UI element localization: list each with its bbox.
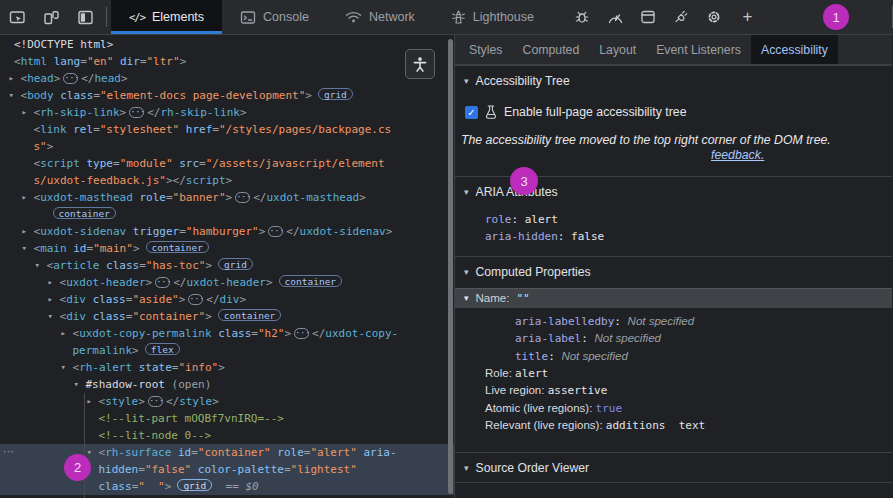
annotation-badge-1: 1 — [823, 4, 849, 30]
tab-computed[interactable]: Computed — [513, 35, 590, 64]
expand-arrow-icon[interactable]: ▸ — [48, 291, 53, 308]
expand-ellipsis-icon[interactable]: ··· — [294, 328, 309, 339]
dom-tree-line[interactable]: ▸<uxdot-masthead role="banner">···</uxdo… — [0, 189, 454, 206]
collapse-arrow-icon[interactable]: ▾ — [48, 308, 53, 325]
dock-side-icon[interactable] — [68, 0, 102, 34]
dom-tree-line[interactable]: ▾<main id="main">container — [0, 240, 454, 257]
tab-event-listeners[interactable]: Event Listeners — [646, 35, 751, 64]
feedback-link[interactable]: feedback. — [711, 148, 764, 162]
bug-icon[interactable] — [566, 0, 599, 34]
tab-lighthouse[interactable]: Lighthouse — [433, 0, 552, 34]
triangle-disclosure-icon: ▾ — [464, 293, 469, 303]
dom-scrollbar[interactable] — [448, 39, 453, 494]
layout-adorner-badge[interactable]: container — [279, 275, 342, 287]
code-token: </ — [253, 191, 266, 204]
code-token: role — [139, 191, 166, 204]
expand-arrow-icon[interactable]: ▸ — [61, 325, 66, 342]
dom-tree-line[interactable]: s/uxdot-feedback.js"></script> — [0, 172, 454, 189]
dom-tree-line[interactable]: ▸<style>···</style> — [0, 393, 454, 410]
dom-tree-line[interactable]: permalink>flex — [0, 342, 454, 359]
dom-tree-line[interactable]: ▾<body class="element-docs page-developm… — [0, 87, 454, 104]
plus-icon[interactable]: + — [731, 0, 764, 34]
dom-tree-line[interactable]: s"> — [0, 138, 454, 155]
gear-icon[interactable] — [698, 0, 731, 34]
expand-arrow-icon[interactable]: ▸ — [9, 70, 14, 87]
expand-ellipsis-icon[interactable]: ··· — [268, 226, 283, 237]
code-token: uxdot-sidenav — [300, 225, 386, 238]
code-token: > — [226, 174, 233, 187]
collapse-arrow-icon[interactable]: ▾ — [22, 240, 27, 257]
section-accessibility-tree[interactable]: ▾ Accessibility Tree — [455, 65, 892, 95]
layout-adorner-badge[interactable]: container — [53, 207, 116, 219]
expand-arrow-icon[interactable]: ▸ — [48, 274, 53, 291]
dom-tree-line[interactable]: <!--lit-part mOQBf7vnIRQ=--> — [0, 410, 454, 427]
dom-tree-line[interactable]: class=" ">grid == $0 — [0, 478, 454, 495]
dom-tree-line[interactable]: ▸<rh-skip-link>···</rh-skip-link> — [0, 104, 454, 121]
dom-tree-line[interactable]: ▸<uxdot-sidenav trigger="hamburger">···<… — [0, 223, 454, 240]
layout-adorner-badge[interactable]: flex — [145, 343, 180, 355]
expand-arrow-icon[interactable]: ▸ — [22, 189, 27, 206]
dom-tree-line[interactable]: ▸<div class="aside">···</div> — [0, 291, 454, 308]
code-token: alert — [515, 367, 548, 380]
dom-tree-line[interactable]: ▾<article class="has-toc">grid — [0, 257, 454, 274]
code-token: "alert" — [310, 446, 356, 459]
dom-tree-line[interactable]: <script type="module" src="/assets/javas… — [0, 155, 454, 172]
dom-tree-line[interactable]: ▸<head>···</head> — [0, 70, 454, 87]
dom-tree-line[interactable]: ▾<div class="container">container — [0, 308, 454, 325]
plug-icon[interactable] — [665, 0, 698, 34]
tab-layout[interactable]: Layout — [589, 35, 646, 64]
layout-adorner-badge[interactable]: grid — [218, 258, 253, 270]
code-token: </ — [166, 395, 179, 408]
tab-accessibility[interactable]: Accessibility — [751, 35, 838, 64]
gauge-icon[interactable] — [599, 0, 632, 34]
application-box-icon[interactable] — [632, 0, 665, 34]
toolbar-right — [870, 0, 893, 34]
inspect-icon[interactable] — [0, 0, 34, 34]
code-token: "banner" — [173, 191, 226, 204]
tab-elements[interactable]: </> Elements — [111, 0, 222, 34]
tab-styles[interactable]: Styles — [459, 35, 513, 64]
collapse-arrow-icon[interactable]: ▾ — [61, 359, 66, 376]
layout-adorner-badge[interactable]: grid — [177, 479, 212, 491]
collapse-arrow-icon[interactable]: ▾ — [9, 87, 14, 104]
code-token: "info" — [178, 361, 218, 374]
dom-tree-line[interactable]: <!--lit-node 0--> — [0, 427, 454, 444]
section-computed-properties[interactable]: ▾ Computed Properties — [455, 256, 892, 286]
collapse-arrow-icon[interactable]: ▾ — [35, 257, 40, 274]
layout-adorner-badge[interactable]: container — [146, 241, 209, 253]
expand-ellipsis-icon[interactable]: ··· — [188, 294, 203, 305]
expand-ellipsis-icon[interactable]: ··· — [235, 192, 250, 203]
computed-name-row[interactable]: ▾ Name: "" — [455, 288, 892, 308]
fullpage-a11y-checkbox[interactable]: ✓ — [465, 106, 478, 119]
tab-console[interactable]: Console — [222, 0, 327, 34]
expand-ellipsis-icon[interactable]: ··· — [63, 73, 78, 84]
property-row: Atomic (live regions): true — [455, 400, 892, 417]
more-actions-icon[interactable]: ⋯ — [3, 445, 15, 458]
annotation-badge-3: 3 — [510, 167, 538, 195]
dom-tree-line[interactable]: container — [0, 206, 454, 223]
accessibility-tree-toggle-button[interactable] — [405, 49, 435, 79]
layout-adorner-badge[interactable]: grid — [318, 88, 353, 100]
expand-ellipsis-icon[interactable]: ··· — [129, 107, 144, 118]
section-source-order-viewer[interactable]: ▾ Source Order Viewer — [455, 452, 892, 483]
dom-tree-line[interactable]: ▸<uxdot-copy-permalink class="h2">···</u… — [0, 325, 454, 342]
dom-tree-line[interactable]: <link rel="stylesheet" href="/styles/pag… — [0, 121, 454, 138]
collapse-arrow-icon[interactable]: ▾ — [74, 376, 79, 393]
section-title: Accessibility Tree — [476, 74, 570, 88]
dom-tree-line[interactable]: ▾#shadow-root (open) — [0, 376, 454, 393]
dom-tree-line[interactable]: <!DOCTYPE html> — [0, 36, 454, 53]
dom-tree-line[interactable]: ▾<rh-alert state="info"> — [0, 359, 454, 376]
code-token: = — [179, 225, 186, 238]
tab-network[interactable]: Network — [327, 0, 433, 34]
expand-arrow-icon[interactable]: ▸ — [22, 223, 27, 240]
code-token: Not specified — [628, 315, 694, 327]
expand-ellipsis-icon[interactable]: ··· — [155, 277, 170, 288]
dom-tree-line[interactable]: <html lang="en" dir="ltr"> — [0, 53, 454, 70]
code-token: : — [548, 350, 561, 363]
dom-tree-line[interactable]: ▸<uxdot-header>···</uxdot-header>contain… — [0, 274, 454, 291]
expand-arrow-icon[interactable]: ▸ — [87, 393, 92, 410]
layout-adorner-badge[interactable]: container — [218, 309, 281, 321]
expand-arrow-icon[interactable]: ▸ — [22, 104, 27, 121]
device-toolbar-icon[interactable] — [34, 0, 68, 34]
expand-ellipsis-icon[interactable]: ··· — [148, 396, 163, 407]
